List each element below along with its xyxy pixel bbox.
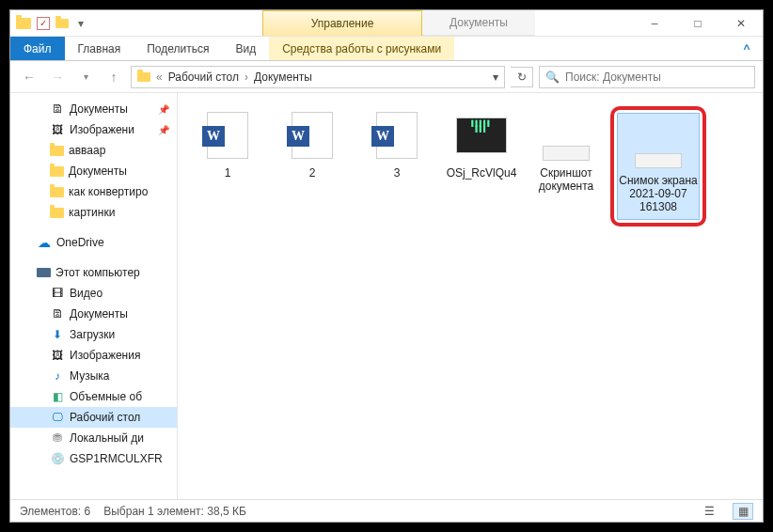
address-row: ← → ▾ ↑ « Рабочий стол › Документы ▾ ↻ 🔍 bbox=[10, 61, 763, 93]
file-label: 2 bbox=[309, 166, 316, 180]
tree-folder-avvaar[interactable]: авваар bbox=[10, 140, 177, 161]
view-details-button[interactable]: ☰ bbox=[699, 503, 719, 520]
file-label: OSj_RcVlQu4 bbox=[447, 166, 517, 180]
tree-folder-documents[interactable]: Документы bbox=[10, 161, 177, 181]
tree-pc-downloads[interactable]: ⬇Загрузки bbox=[10, 324, 177, 345]
word-file-icon bbox=[207, 112, 248, 159]
desktop-icon: 🖵 bbox=[50, 411, 65, 424]
word-file-icon bbox=[292, 112, 333, 159]
nav-back-button[interactable]: ← bbox=[18, 66, 40, 88]
tree-this-pc[interactable]: Этот компьютер bbox=[10, 262, 177, 283]
file-item[interactable]: 3 bbox=[356, 106, 437, 219]
folder-icon bbox=[50, 187, 64, 197]
pc-icon bbox=[37, 268, 51, 277]
highlight-callout: Снимок экрана 2021-09-07 161308 bbox=[610, 106, 706, 227]
tab-file[interactable]: Файл bbox=[10, 37, 65, 60]
search-box[interactable]: 🔍 bbox=[539, 66, 755, 88]
address-dropdown-icon[interactable]: ▾ bbox=[493, 70, 498, 84]
breadcrumb-desktop[interactable]: Рабочий стол bbox=[168, 70, 239, 84]
breadcrumb-documents[interactable]: Документы bbox=[254, 70, 312, 84]
file-label: 3 bbox=[394, 166, 401, 180]
pictures-icon: 🖼 bbox=[50, 123, 65, 136]
disc-icon: 💿 bbox=[50, 452, 65, 465]
qat-checkbox-icon[interactable]: ✓ bbox=[37, 17, 50, 30]
file-item[interactable]: 2 bbox=[272, 106, 353, 219]
folder-icon bbox=[50, 146, 64, 156]
address-bar[interactable]: « Рабочий стол › Документы ▾ bbox=[131, 66, 505, 88]
status-bar: Элементов: 6 Выбран 1 элемент: 38,5 КБ ☰… bbox=[10, 499, 763, 522]
file-item[interactable]: ▌▌▌▌▌▌▌▌ OSj_RcVlQu4 bbox=[441, 106, 522, 219]
search-input[interactable] bbox=[565, 70, 749, 84]
word-file-icon bbox=[376, 112, 418, 159]
file-label: Скриншот документа bbox=[526, 166, 607, 193]
explorer-window: ✓ ▾ Управление Документы – □ ✕ Файл Глав… bbox=[9, 9, 764, 523]
pin-icon: 📌 bbox=[158, 104, 169, 115]
onedrive-icon: ☁ bbox=[37, 236, 52, 249]
ribbon-context-tab-manage[interactable]: Управление bbox=[262, 10, 422, 36]
tab-picture-tools[interactable]: Средства работы с рисунками bbox=[269, 37, 454, 60]
breadcrumb-overflow[interactable]: « bbox=[156, 70, 163, 84]
tree-pc-images[interactable]: 🖼Изображения bbox=[10, 345, 177, 366]
tree-quickaccess-documents[interactable]: 🖺Документы📌 bbox=[10, 99, 177, 119]
tree-pc-video[interactable]: 🎞Видео bbox=[10, 283, 177, 304]
file-label: 1 bbox=[225, 166, 231, 180]
file-label: Снимок экрана 2021-09-07 161308 bbox=[618, 174, 699, 213]
ribbon-help-icon[interactable]: ^ bbox=[731, 37, 763, 60]
ribbon-tabs: Файл Главная Поделиться Вид Средства раб… bbox=[10, 37, 763, 61]
view-icons-button[interactable]: ▦ bbox=[733, 503, 753, 520]
tree-pc-music[interactable]: ♪Музыка bbox=[10, 366, 177, 386]
music-icon: ♪ bbox=[50, 369, 65, 383]
tree-pc-desktop[interactable]: 🖵Рабочий стол bbox=[10, 407, 177, 428]
downloads-icon: ⬇ bbox=[50, 328, 65, 341]
minimize-button[interactable]: – bbox=[633, 10, 676, 36]
search-icon: 🔍 bbox=[545, 70, 560, 84]
qat-dropdown-icon[interactable]: ▾ bbox=[74, 17, 87, 30]
file-item[interactable]: 1 bbox=[187, 106, 268, 219]
tree-pc-3dobjects[interactable]: ◧Объемные об bbox=[10, 386, 177, 407]
image-thumbnail-icon: ▌▌▌▌▌▌▌▌ bbox=[456, 117, 507, 153]
video-icon: 🎞 bbox=[50, 287, 65, 300]
nav-up-button[interactable]: ↑ bbox=[103, 66, 125, 88]
title-tab-documents: Документы bbox=[422, 10, 535, 36]
refresh-button[interactable]: ↻ bbox=[511, 67, 533, 87]
nav-tree[interactable]: 🖺Документы📌 🖼Изображени📌 авваар Документ… bbox=[10, 93, 178, 499]
status-selection: Выбран 1 элемент: 38,5 КБ bbox=[103, 505, 246, 518]
window-folder-icon bbox=[16, 18, 31, 29]
tab-view[interactable]: Вид bbox=[222, 37, 269, 60]
tree-folder-pictures[interactable]: картинки bbox=[10, 202, 177, 223]
file-list[interactable]: 1 2 3 ▌▌▌▌▌▌▌▌ OSj_RcVlQu4 Скриншот доку… bbox=[178, 93, 763, 499]
file-item[interactable]: Скриншот документа bbox=[526, 106, 607, 219]
tree-onedrive[interactable]: ☁OneDrive bbox=[10, 232, 177, 253]
image-thumbnail-icon bbox=[635, 153, 682, 168]
tab-share[interactable]: Поделиться bbox=[134, 37, 222, 60]
status-item-count: Элементов: 6 bbox=[20, 505, 90, 518]
tree-pc-gsp[interactable]: 💿GSP1RMCULXFR bbox=[10, 448, 177, 469]
title-bar: ✓ ▾ Управление Документы – □ ✕ bbox=[10, 10, 763, 37]
document-icon: 🖺 bbox=[50, 102, 65, 116]
tree-pc-localdisk[interactable]: ⛃Локальный ди bbox=[10, 428, 177, 448]
pictures-icon: 🖼 bbox=[50, 349, 65, 362]
document-icon: 🖺 bbox=[50, 307, 65, 321]
cube-icon: ◧ bbox=[50, 390, 65, 403]
qat-folder-icon[interactable] bbox=[55, 19, 69, 28]
tree-pc-documents[interactable]: 🖺Документы bbox=[10, 304, 177, 324]
folder-icon bbox=[50, 208, 64, 218]
drive-icon: ⛃ bbox=[50, 431, 65, 445]
nav-recent-dropdown[interactable]: ▾ bbox=[74, 66, 97, 88]
tree-quickaccess-images[interactable]: 🖼Изображени📌 bbox=[10, 119, 177, 140]
tree-folder-convert[interactable]: как конвертиро bbox=[10, 181, 177, 202]
folder-icon bbox=[50, 166, 64, 177]
file-item-selected[interactable]: Снимок экрана 2021-09-07 161308 bbox=[618, 114, 699, 219]
close-button[interactable]: ✕ bbox=[719, 10, 763, 36]
pin-icon: 📌 bbox=[158, 125, 169, 135]
image-thumbnail-icon bbox=[543, 146, 590, 161]
maximize-button[interactable]: □ bbox=[676, 10, 719, 36]
nav-forward-button[interactable]: → bbox=[46, 66, 69, 88]
tab-home[interactable]: Главная bbox=[65, 37, 134, 60]
address-folder-icon bbox=[137, 72, 150, 82]
